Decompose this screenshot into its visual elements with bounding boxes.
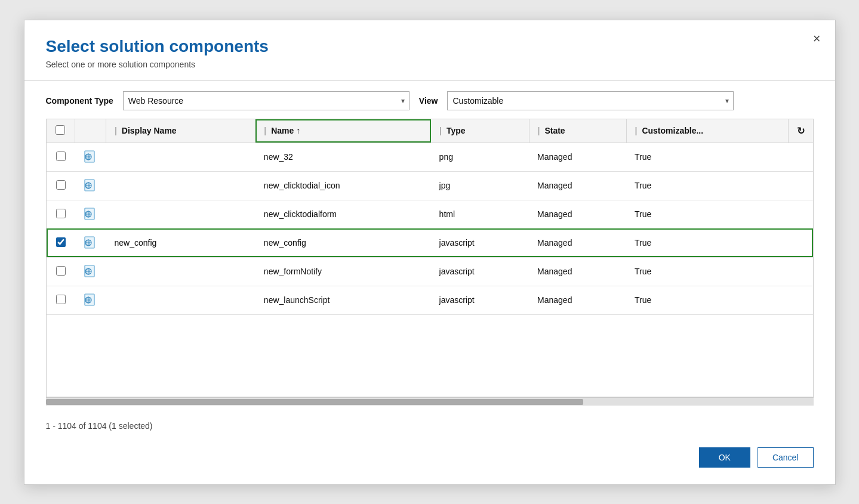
dialog-title: Select solution components — [46, 37, 814, 56]
view-select[interactable]: Customizable — [447, 91, 734, 110]
table-row[interactable]: new_32pngManagedTrue — [47, 143, 813, 171]
col-header-name[interactable]: | Name ↑ — [255, 119, 431, 143]
row-type: html — [431, 200, 529, 228]
row-actions — [788, 286, 813, 314]
component-type-label: Component Type — [46, 96, 113, 106]
row-customizable: True — [626, 143, 788, 171]
table-row[interactable]: new_clicktodial_iconjpgManagedTrue — [47, 171, 813, 200]
table-container: | Display Name | Name ↑ | Type | — [46, 119, 814, 397]
row-actions — [788, 143, 813, 171]
row-icon-cell — [75, 286, 106, 314]
dialog-subtitle: Select one or more solution components — [46, 60, 814, 69]
row-customizable: True — [626, 228, 788, 257]
row-checkbox[interactable] — [56, 209, 66, 218]
row-state: Managed — [529, 143, 626, 171]
row-customizable: True — [626, 200, 788, 228]
row-checkbox-cell[interactable] — [47, 228, 75, 257]
row-checkbox-cell[interactable] — [47, 286, 75, 314]
row-name: new_clicktodialform — [255, 200, 431, 228]
close-button[interactable]: × — [813, 32, 821, 45]
webresource-icon — [84, 292, 98, 307]
row-actions — [788, 257, 813, 286]
scrollbar-thumb — [46, 399, 583, 405]
row-type: jpg — [431, 171, 529, 200]
dialog-actions: OK Cancel — [24, 437, 835, 484]
row-state: Managed — [529, 228, 626, 257]
row-state: Managed — [529, 171, 626, 200]
cancel-button[interactable]: Cancel — [758, 447, 814, 468]
refresh-icon[interactable]: ↻ — [797, 126, 805, 136]
display-name-col-label: Display Name — [122, 126, 177, 135]
table-body: new_32pngManagedTrue new_clicktodial_ico… — [47, 143, 813, 314]
row-customizable: True — [626, 171, 788, 200]
row-name: new_clicktodial_icon — [255, 171, 431, 200]
row-display-name — [106, 257, 255, 286]
select-solution-components-dialog: Select solution components Select one or… — [24, 20, 836, 485]
dialog-header: Select solution components Select one or… — [24, 20, 835, 69]
table-scroll-area[interactable]: | Display Name | Name ↑ | Type | — [47, 119, 813, 397]
table-row[interactable]: new_clicktodialformhtmlManagedTrue — [47, 200, 813, 228]
row-checkbox-cell[interactable] — [47, 257, 75, 286]
col-header-customizable[interactable]: | Customizable... — [626, 119, 788, 143]
webresource-icon — [84, 149, 98, 163]
row-type: png — [431, 143, 529, 171]
pagination-text: 1 - 1104 of 1104 (1 selected) — [46, 421, 153, 431]
row-display-name — [106, 171, 255, 200]
row-type: javascript — [431, 228, 529, 257]
row-name: new_32 — [255, 143, 431, 171]
row-type: javascript — [431, 257, 529, 286]
webresource-icon — [84, 235, 98, 249]
pagination-footer: 1 - 1104 of 1104 (1 selected) — [46, 415, 814, 437]
col-header-display-name[interactable]: | Display Name — [106, 119, 255, 143]
col-header-state[interactable]: | State — [529, 119, 626, 143]
row-icon-cell — [75, 200, 106, 228]
row-name: new_config — [255, 228, 431, 257]
row-name: new_launchScript — [255, 286, 431, 314]
row-display-name — [106, 143, 255, 171]
row-state: Managed — [529, 286, 626, 314]
row-icon-cell — [75, 171, 106, 200]
col-header-checkbox[interactable] — [47, 119, 75, 143]
component-type-select[interactable]: Web Resource — [123, 91, 410, 110]
row-display-name — [106, 286, 255, 314]
webresource-icon — [84, 206, 98, 221]
row-customizable: True — [626, 286, 788, 314]
ok-button[interactable]: OK — [699, 447, 750, 468]
table-row[interactable]: new_confignew_configjavascriptManagedTru… — [47, 228, 813, 257]
row-type: javascript — [431, 286, 529, 314]
view-label: View — [419, 96, 438, 106]
row-checkbox[interactable] — [56, 266, 66, 276]
row-icon-cell — [75, 257, 106, 286]
row-checkbox[interactable] — [56, 151, 66, 161]
row-icon-cell — [75, 228, 106, 257]
row-checkbox[interactable] — [56, 295, 66, 304]
row-icon-cell — [75, 143, 106, 171]
row-actions — [788, 200, 813, 228]
row-display-name — [106, 200, 255, 228]
col-header-type[interactable]: | Type — [431, 119, 529, 143]
row-checkbox-cell[interactable] — [47, 143, 75, 171]
row-customizable: True — [626, 257, 788, 286]
table-header-row: | Display Name | Name ↑ | Type | — [47, 119, 813, 143]
components-table: | Display Name | Name ↑ | Type | — [47, 119, 813, 315]
row-state: Managed — [529, 200, 626, 228]
row-checkbox[interactable] — [56, 237, 66, 247]
component-type-select-wrapper: Web Resource ▾ — [123, 91, 410, 110]
row-state: Managed — [529, 257, 626, 286]
customizable-col-label: Customizable... — [642, 126, 703, 135]
col-header-icon — [75, 119, 106, 143]
table-row[interactable]: new_formNotifyjavascriptManagedTrue — [47, 257, 813, 286]
table-row[interactable]: new_launchScriptjavascriptManagedTrue — [47, 286, 813, 314]
col-header-refresh[interactable]: ↻ — [788, 119, 813, 143]
name-col-label: Name ↑ — [271, 126, 300, 135]
state-col-label: State — [544, 126, 565, 135]
select-all-checkbox[interactable] — [56, 125, 65, 135]
row-actions — [788, 228, 813, 257]
webresource-icon — [84, 264, 98, 278]
horizontal-scrollbar[interactable] — [46, 397, 814, 406]
row-checkbox[interactable] — [56, 180, 66, 190]
row-actions — [788, 171, 813, 200]
webresource-icon — [84, 178, 98, 192]
row-checkbox-cell[interactable] — [47, 200, 75, 228]
row-checkbox-cell[interactable] — [47, 171, 75, 200]
